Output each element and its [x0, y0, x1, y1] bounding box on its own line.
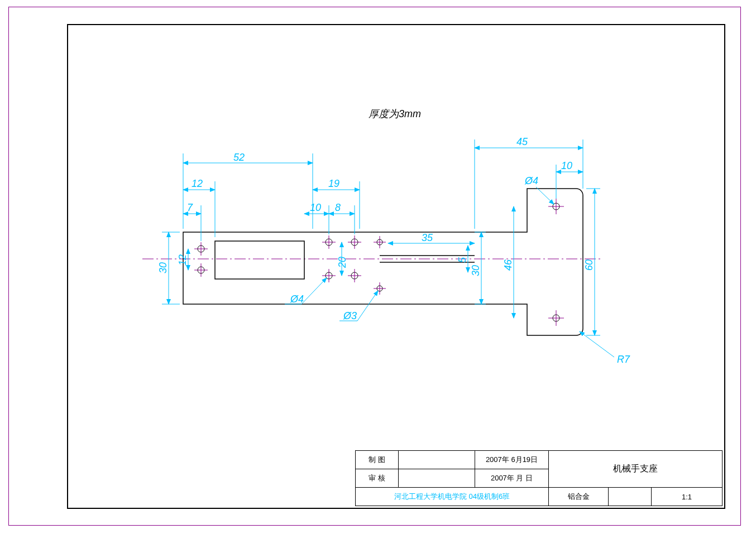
tb-draw-label: 制 图 — [356, 451, 399, 469]
tb-check-label: 审 核 — [356, 469, 399, 488]
svg-line-52 — [536, 187, 554, 204]
dim-30l: 30 — [157, 262, 169, 273]
tb-check-name — [399, 469, 475, 488]
tb-blank — [609, 488, 652, 506]
svg-line-55 — [357, 291, 378, 321]
tb-material: 铝合金 — [549, 488, 609, 506]
slot-left — [215, 241, 304, 279]
dim-12v: 12 — [177, 254, 188, 266]
thickness-note: 厚度为3mm — [369, 108, 421, 119]
dim-10m: 10 — [310, 202, 321, 213]
tb-scale: 1:1 — [652, 488, 722, 506]
dim-phi3: Ø3 — [343, 310, 357, 321]
title-block: 制 图 2007年 6月19日 机械手支座 审 核 2007年 月 日 河北工程… — [355, 450, 722, 506]
dim-20: 20 — [337, 257, 348, 268]
dim-45: 45 — [516, 136, 528, 147]
dim-52: 52 — [233, 152, 245, 163]
dim-10r: 10 — [561, 160, 572, 171]
tb-check-date: 2007年 月 日 — [475, 469, 549, 488]
dim-8: 8 — [335, 202, 341, 213]
dim-12: 12 — [192, 178, 203, 189]
tb-draw-date: 2007年 6月19日 — [475, 451, 549, 469]
dim-30r: 30 — [470, 265, 481, 276]
dim-46: 46 — [503, 259, 514, 271]
tb-title: 机械手支座 — [549, 451, 722, 488]
dim-60: 60 — [583, 259, 595, 271]
dim-19: 19 — [328, 178, 339, 189]
dim-phi4-m: Ø4 — [290, 294, 304, 305]
dim-phi4-r: Ø4 — [524, 175, 538, 186]
dim-5: 5 — [457, 257, 468, 263]
dim-35: 35 — [422, 232, 433, 243]
tb-school: 河北工程大学机电学院 04级机制6班 — [356, 488, 549, 506]
dim-7: 7 — [187, 202, 193, 213]
dim-r7: R7 — [617, 354, 630, 365]
svg-line-53 — [302, 278, 327, 304]
tb-draw-name — [399, 451, 475, 469]
